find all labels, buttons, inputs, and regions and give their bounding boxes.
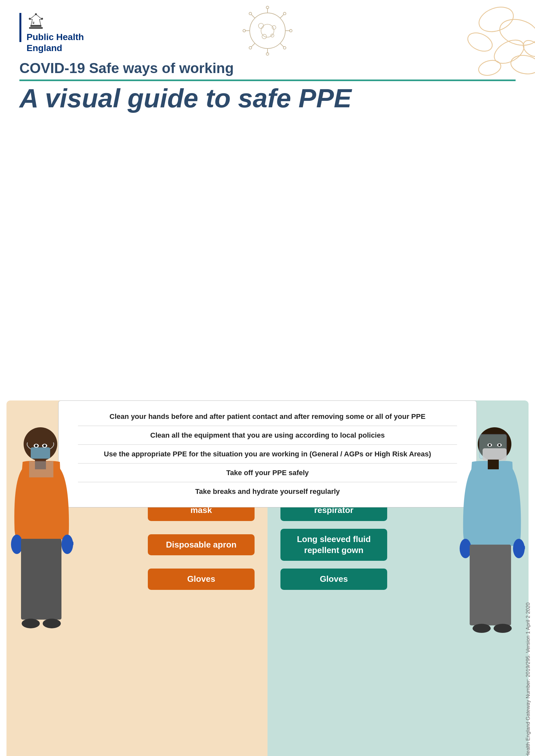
logo-content: ♛ Public Health England (27, 13, 84, 53)
ppe-right-item-3: Long sleeved fluid repellent gown (280, 529, 387, 561)
svg-point-49 (43, 619, 61, 628)
main-layout: General contact with confirmed or possib… (7, 400, 528, 756)
ppe-left-item-3: Disposable apron (148, 534, 255, 555)
svg-point-5 (477, 58, 502, 78)
svg-point-55 (489, 444, 491, 446)
svg-point-31 (29, 18, 31, 20)
svg-point-39 (35, 445, 38, 447)
note-5: Take breaks and hydrate yourself regular… (78, 482, 457, 501)
svg-rect-46 (62, 541, 73, 546)
notes-box: Clean your hands before and after patien… (58, 400, 477, 507)
svg-rect-53 (483, 448, 507, 461)
org-name: Public Health England (27, 32, 84, 53)
crown-crest-icon: ♛ (27, 13, 45, 30)
svg-rect-34 (29, 27, 43, 29)
note-4: Take off your PPE safely (78, 464, 457, 482)
note-1: Clean your hands before and after patien… (78, 407, 457, 426)
svg-rect-60 (460, 545, 471, 550)
svg-point-41 (43, 445, 46, 447)
person-left-figure-icon (10, 417, 78, 708)
svg-point-48 (22, 619, 40, 628)
svg-rect-33 (30, 25, 42, 27)
svg-point-30 (35, 13, 37, 15)
ppe-row-3: Disposable apron Long sleeved fluid repe… (7, 529, 528, 561)
svg-rect-50 (29, 461, 53, 477)
svg-marker-29 (30, 14, 42, 25)
svg-point-64 (473, 624, 491, 633)
page-wrapper: ♛ Public Health England COVID-19 Safe wa… (0, 0, 535, 756)
svg-rect-63 (470, 545, 511, 625)
ppe-left-item-4: Gloves (148, 569, 255, 590)
copyright-text: © Crown copyright 2020. Public Health En… (525, 603, 531, 756)
svg-point-65 (493, 624, 512, 633)
svg-rect-58 (488, 460, 499, 469)
note-3: Use the appropriate PPE for the situatio… (78, 445, 457, 464)
logo-bar (19, 13, 21, 42)
notes-container: Clean your hands before and after patien… (7, 400, 528, 507)
ppe-right-item-4: Gloves (280, 569, 387, 590)
svg-rect-47 (21, 539, 62, 620)
svg-rect-37 (31, 447, 50, 459)
person-right-figure-icon (457, 417, 525, 708)
ppe-row-4: Gloves Gloves (7, 569, 528, 590)
header: ♛ Public Health England (0, 0, 535, 60)
logo-section: ♛ Public Health England (19, 13, 84, 53)
svg-rect-62 (514, 545, 525, 550)
note-2: Clean all the equipment that you are usi… (78, 426, 457, 445)
svg-text:♛: ♛ (32, 21, 35, 25)
svg-rect-44 (11, 541, 23, 546)
svg-point-32 (41, 18, 43, 20)
svg-point-57 (498, 444, 501, 446)
